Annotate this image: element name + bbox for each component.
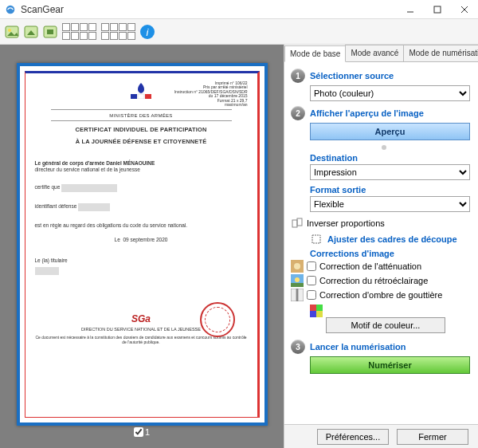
step1-title: Sélectionner source [310,71,394,81]
thumb-icon-3[interactable] [41,23,59,41]
close-panel-button[interactable]: Fermer [397,429,468,445]
gutter-label: Correction d'ombre de gouttière [319,290,442,300]
frame-checkbox[interactable]: 1 [134,427,150,437]
doc-imprime: Imprimé n° 106/22Pris par arrêté ministé… [151,81,248,108]
svg-point-21 [295,277,300,282]
svg-point-0 [6,5,15,14]
grid-deselect-icon[interactable] [100,22,137,41]
thumb-icon-1[interactable] [3,23,21,41]
invert-label: Inverser proportions [307,218,385,228]
svg-rect-12 [131,94,137,99]
svg-rect-23 [291,289,296,301]
close-button[interactable] [451,0,478,19]
doc-date: 09 septembre 2020 [123,237,167,242]
doc-rule: est en règle au regard des obligations d… [35,222,248,229]
titlebar: ScanGear [0,0,478,19]
scan-button[interactable]: Numériser [310,356,470,374]
fade-checkbox[interactable] [307,261,316,271]
tabs: Mode de base Mode avancé Mode de numéris… [284,45,478,62]
backlight-icon [291,274,304,287]
fade-label: Correction de l'atténuation [319,261,421,271]
gutter-icon [291,289,304,301]
format-select[interactable]: Flexible [310,196,470,212]
invert-icon[interactable] [291,217,304,230]
doc-date-label: Le [115,237,120,242]
step1-badge: 1 [291,69,305,83]
minimize-button[interactable] [397,0,424,19]
svg-rect-13 [138,94,144,99]
motif-icon [310,305,323,317]
doc-certify: certifie que [35,184,61,191]
svg-rect-2 [434,6,441,13]
bottom-bar: Préférences... Fermer [284,424,478,448]
step2-title: Afficher l'aperçu de l'image [310,108,424,118]
svg-rect-22 [291,283,304,287]
svg-rect-15 [292,220,297,227]
doc-holder: Le (la) titulaire [35,257,68,263]
toolbar: i [0,19,478,45]
side-panel: Mode de base Mode avancé Mode de numéris… [284,45,478,448]
svg-rect-9 [47,29,53,34]
doc-ident: identifiant défense [35,203,77,210]
motif-button[interactable]: Motif de couleur... [326,317,445,333]
frame-index: 1 [145,427,150,437]
preview-button[interactable]: Aperçu [310,123,470,140]
svg-point-19 [294,263,300,269]
source-select[interactable]: Photo (couleur) [310,85,470,101]
gutter-checkbox[interactable] [307,290,316,300]
svg-rect-17 [312,235,320,243]
stamp-icon [200,302,235,337]
grid-select-icon[interactable] [61,22,98,41]
info-icon[interactable]: i [139,23,156,41]
tab-advanced[interactable]: Mode avancé [345,45,404,61]
crop-title[interactable]: Ajuster des cadres de découpe [327,234,457,244]
doc-ministry: MINISTÈRE DES ARMÉES [35,113,248,120]
doc-director: directeur du service national et de la j… [35,167,140,172]
maximize-button[interactable] [424,0,451,19]
dest-title: Destination [310,153,470,163]
svg-rect-28 [310,311,316,317]
svg-rect-26 [310,305,316,311]
dest-select[interactable]: Impression [310,164,470,180]
svg-rect-16 [297,218,302,226]
doc-general: Le général de corps d'armée Daniel MÉNAO… [35,160,155,166]
backlight-checkbox[interactable] [307,276,316,285]
frame-checkbox-input[interactable] [134,427,143,437]
window-title: ScanGear [21,4,397,15]
scan-frame[interactable]: Imprimé n° 106/22Pris par arrêté ministé… [17,63,268,426]
step3-title: Lancer la numérisation [310,342,406,352]
document-preview: Imprimé n° 106/22Pris par arrêté ministé… [25,71,260,418]
doc-cert-2: À LA JOURNÉE DÉFENSE ET CITOYENNETÉ [35,138,248,145]
step2-badge: 2 [291,106,305,120]
thumb-icon-2[interactable] [22,23,40,41]
svg-point-6 [8,29,11,32]
svg-rect-25 [296,289,298,301]
svg-rect-27 [316,305,323,311]
crop-icon[interactable] [310,233,323,246]
doc-cert-1: CERTIFICAT INDIVIDUEL DE PARTICIPATION [35,126,248,133]
svg-rect-24 [298,289,304,301]
tab-auto[interactable]: Mode de numérisation automatique [403,45,478,61]
step3-badge: 3 [291,340,305,354]
backlight-label: Correction du rétroéclairage [319,276,428,285]
preview-pane: Imprimé n° 106/22Pris par arrêté ministé… [0,45,284,448]
svg-rect-29 [316,311,323,317]
republic-emblem-icon [131,81,151,99]
prefs-button[interactable]: Préférences... [317,429,389,445]
app-icon [5,4,16,15]
format-title: Format sortie [310,185,470,195]
fade-icon [291,260,304,273]
corrections-title: Corrections d'image [310,249,470,258]
tab-basic[interactable]: Mode de base [284,45,346,62]
svg-rect-14 [145,94,151,99]
